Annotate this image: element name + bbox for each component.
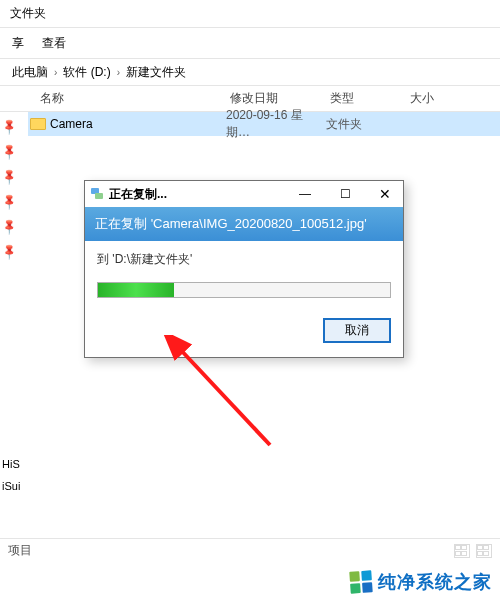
header-size[interactable]: 大小 [410, 90, 470, 107]
dialog-banner: 正在复制 'Camera\IMG_20200820_100512.jpg' [85, 207, 403, 241]
minimize-button[interactable]: — [287, 181, 323, 207]
status-bar: 项目 [0, 538, 500, 562]
quick-access-pins: 📌 📌 📌 📌 📌 📌 [2, 120, 16, 270]
copy-dialog: 正在复制... — ☐ ✕ 正在复制 'Camera\IMG_20200820_… [84, 180, 404, 358]
ribbon-toolbar: 享 查看 [0, 28, 500, 58]
tab-view[interactable]: 查看 [42, 35, 66, 52]
breadcrumb[interactable]: 此电脑 › 软件 (D:) › 新建文件夹 [0, 58, 500, 86]
row-name-cell: Camera [28, 117, 226, 131]
sidebar-partial-labels: HiS iSui [0, 458, 20, 502]
banner-prefix: 正在复制 [95, 216, 151, 231]
dest-prefix: 到 [97, 252, 112, 266]
pin-icon: 📌 [0, 192, 19, 211]
copy-icon [91, 188, 105, 200]
svg-line-0 [178, 347, 270, 445]
breadcrumb-root[interactable]: 此电脑 [12, 64, 48, 81]
progress-fill [98, 283, 174, 297]
breadcrumb-drive[interactable]: 软件 (D:) [63, 64, 110, 81]
header-type[interactable]: 类型 [330, 90, 410, 107]
pin-icon: 📌 [0, 242, 19, 261]
chevron-right-icon: › [54, 67, 57, 78]
watermark-text: 纯净系统之家 [378, 570, 492, 594]
title-suffix: 文件夹 [10, 5, 46, 22]
banner-file: 'Camera\IMG_20200820_100512.jpg' [151, 216, 367, 231]
breadcrumb-folder[interactable]: 新建文件夹 [126, 64, 186, 81]
row-type: 文件夹 [326, 116, 406, 133]
large-icons-view-icon[interactable] [476, 544, 492, 558]
dialog-title: 正在复制... [109, 186, 283, 203]
dest-path: 'D:\新建文件夹' [112, 252, 192, 266]
view-mode-icons [454, 544, 492, 558]
tab-share[interactable]: 享 [12, 35, 24, 52]
row-date: 2020-09-16 星期… [226, 107, 326, 141]
dialog-footer: 取消 [97, 314, 391, 343]
pin-icon: 📌 [0, 142, 19, 161]
sidebar-item-label[interactable]: HiS [0, 458, 20, 480]
close-button[interactable]: ✕ [367, 181, 403, 207]
window-titlebar: 文件夹 [0, 0, 500, 28]
pin-icon: 📌 [0, 217, 19, 236]
pin-icon: 📌 [0, 117, 19, 136]
header-date[interactable]: 修改日期 [230, 90, 330, 107]
status-text: 项目 [8, 542, 32, 559]
folder-icon [30, 118, 46, 130]
dialog-destination: 到 'D:\新建文件夹' [97, 251, 391, 268]
row-name: Camera [50, 117, 93, 131]
dialog-body: 到 'D:\新建文件夹' 取消 [85, 241, 403, 357]
maximize-button[interactable]: ☐ [327, 181, 363, 207]
sidebar-item-label[interactable]: iSui [0, 480, 20, 502]
progress-bar [97, 282, 391, 298]
chevron-right-icon: › [117, 67, 120, 78]
pin-icon: 📌 [0, 167, 19, 186]
details-view-icon[interactable] [454, 544, 470, 558]
watermark-logo-icon [349, 570, 372, 593]
cancel-button[interactable]: 取消 [323, 318, 391, 343]
header-name[interactable]: 名称 [40, 90, 230, 107]
table-row[interactable]: Camera 2020-09-16 星期… 文件夹 [28, 112, 500, 136]
file-list: Camera 2020-09-16 星期… 文件夹 [0, 112, 500, 136]
watermark: 纯净系统之家 [350, 570, 492, 594]
dialog-titlebar[interactable]: 正在复制... — ☐ ✕ [85, 181, 403, 207]
